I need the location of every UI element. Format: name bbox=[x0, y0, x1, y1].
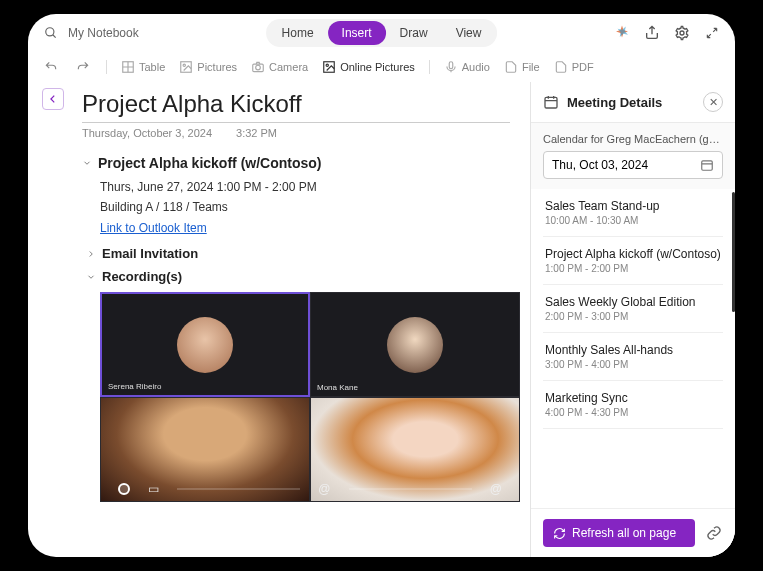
settings-icon[interactable] bbox=[673, 24, 691, 42]
ribbon-file[interactable]: File bbox=[504, 60, 540, 74]
svg-line-1 bbox=[53, 35, 56, 38]
ribbon-online-pictures[interactable]: Online Pictures bbox=[322, 60, 415, 74]
panel-title: Meeting Details bbox=[567, 95, 695, 110]
svg-point-9 bbox=[256, 65, 261, 70]
ribbon-pictures[interactable]: Pictures bbox=[179, 60, 237, 74]
insert-ribbon: Table Pictures Camera Online Pictures Au… bbox=[28, 52, 735, 82]
tab-insert[interactable]: Insert bbox=[328, 21, 386, 45]
meeting-item[interactable]: Sales Weekly Global Edition 2:00 PM - 3:… bbox=[543, 285, 723, 333]
svg-rect-12 bbox=[449, 62, 453, 69]
calendar-owner: Calendar for Greg MacEachern (gmaceach..… bbox=[531, 123, 735, 151]
svg-point-2 bbox=[680, 31, 684, 35]
participant-name: Serena Ribeiro bbox=[108, 382, 161, 391]
expand-icon[interactable] bbox=[703, 24, 721, 42]
calendar-icon bbox=[700, 158, 714, 172]
back-button[interactable] bbox=[42, 88, 64, 110]
play-position-icon[interactable] bbox=[118, 483, 130, 495]
notebook-name[interactable]: My Notebook bbox=[68, 26, 139, 40]
avatar bbox=[177, 317, 233, 373]
tab-view[interactable]: View bbox=[442, 21, 496, 45]
ribbon-table[interactable]: Table bbox=[121, 60, 165, 74]
calendar-details-icon bbox=[543, 94, 559, 110]
page-time: 3:32 PM bbox=[236, 127, 277, 139]
at-icon[interactable]: @ bbox=[318, 482, 330, 496]
meeting-item[interactable]: Sales Team Stand-up 10:00 AM - 10:30 AM bbox=[543, 189, 723, 237]
recordings-label: Recording(s) bbox=[102, 269, 182, 284]
search-icon[interactable] bbox=[42, 24, 60, 42]
at-icon[interactable]: @ bbox=[490, 482, 502, 496]
meeting-time: Thurs, June 27, 2024 1:00 PM - 2:00 PM bbox=[100, 177, 510, 197]
outlook-link[interactable]: Link to Outlook Item bbox=[100, 218, 510, 238]
chevron-down-icon[interactable] bbox=[86, 272, 96, 282]
chevron-right-icon[interactable] bbox=[86, 249, 96, 259]
meetings-list: Sales Team Stand-up 10:00 AM - 10:30 AM … bbox=[531, 189, 735, 508]
meeting-item[interactable]: Marketing Sync 4:00 PM - 4:30 PM bbox=[543, 381, 723, 429]
recording-video[interactable]: Serena Ribeiro Mona Kane ▭ @ bbox=[100, 292, 520, 502]
meeting-item[interactable]: Monthly Sales All-hands 3:00 PM - 4:00 P… bbox=[543, 333, 723, 381]
meeting-heading: Project Alpha kickoff (w/Contoso) bbox=[98, 155, 322, 171]
ribbon-audio[interactable]: Audio bbox=[444, 60, 490, 74]
chevron-down-icon[interactable] bbox=[82, 158, 92, 168]
video-tile-1: Serena Ribeiro bbox=[100, 292, 310, 397]
app-top-bar: My Notebook Home Insert Draw View bbox=[28, 14, 735, 52]
meeting-location: Building A / 118 / Teams bbox=[100, 197, 510, 217]
refresh-icon bbox=[553, 527, 566, 540]
svg-point-7 bbox=[183, 64, 185, 66]
bookmark-icon[interactable]: ▭ bbox=[148, 482, 159, 496]
refresh-button[interactable]: Refresh all on page bbox=[543, 519, 695, 547]
video-controls[interactable]: ▭ @ @ bbox=[100, 482, 520, 496]
svg-point-0 bbox=[46, 28, 54, 36]
svg-point-11 bbox=[326, 64, 328, 66]
svg-rect-17 bbox=[702, 161, 713, 170]
avatar bbox=[387, 317, 443, 373]
ribbon-camera[interactable]: Camera bbox=[251, 60, 308, 74]
copilot-icon[interactable] bbox=[613, 24, 631, 42]
participant-name: Mona Kane bbox=[317, 383, 358, 392]
email-invitation-label: Email Invitation bbox=[102, 246, 198, 261]
tab-draw[interactable]: Draw bbox=[386, 21, 442, 45]
share-icon[interactable] bbox=[643, 24, 661, 42]
close-icon[interactable]: ✕ bbox=[703, 92, 723, 112]
date-picker[interactable]: Thu, Oct 03, 2024 bbox=[543, 151, 723, 179]
redo-icon[interactable] bbox=[74, 58, 92, 76]
tab-home[interactable]: Home bbox=[268, 21, 328, 45]
undo-icon[interactable] bbox=[42, 58, 60, 76]
svg-rect-13 bbox=[545, 97, 557, 108]
link-icon[interactable] bbox=[705, 524, 723, 542]
page-title[interactable]: Project Alpha Kickoff bbox=[82, 90, 510, 118]
meeting-item[interactable]: Project Alpha kickoff (w/Contoso) 1:00 P… bbox=[543, 237, 723, 285]
note-page: Project Alpha Kickoff Thursday, October … bbox=[28, 82, 530, 557]
ribbon-tabs: Home Insert Draw View bbox=[266, 19, 498, 47]
scrollbar[interactable] bbox=[732, 192, 735, 312]
meeting-details-panel: Meeting Details ✕ Calendar for Greg MacE… bbox=[530, 82, 735, 557]
ribbon-pdf[interactable]: PDF bbox=[554, 60, 594, 74]
page-date: Thursday, October 3, 2024 bbox=[82, 127, 212, 139]
video-tile-2: Mona Kane bbox=[310, 292, 520, 397]
